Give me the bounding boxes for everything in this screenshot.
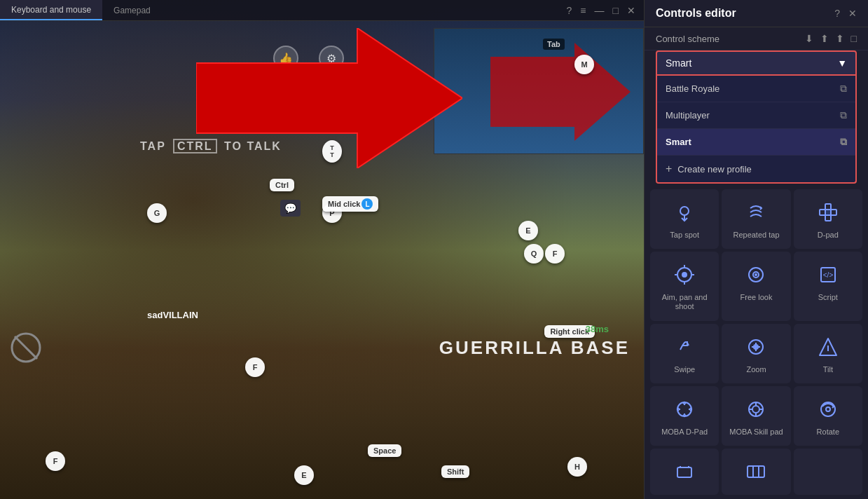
- plus-icon: +: [666, 163, 672, 175]
- key-f-mid[interactable]: F: [245, 357, 265, 377]
- title-bar-controls: ? ≡ — □ ✕: [567, 5, 644, 16]
- controls-panel: Controls editor ? ✕ Control scheme ⬇ ⬆ ⬆…: [644, 0, 868, 499]
- mid-click-badge[interactable]: Mid click L: [322, 196, 378, 212]
- upload-icon[interactable]: ⬆: [820, 33, 829, 44]
- moba-skill-icon: [742, 395, 770, 423]
- control-script[interactable]: </> Script: [794, 252, 862, 320]
- control-unknown2[interactable]: [722, 449, 790, 495]
- svg-rect-36: [748, 466, 764, 477]
- svg-point-16: [682, 273, 687, 277]
- chat-icon: 💬: [284, 203, 296, 214]
- svg-rect-8: [820, 210, 825, 215]
- svg-marker-0: [196, 28, 462, 168]
- zoom-icon: [742, 333, 770, 361]
- no-sign-icon: [11, 332, 41, 366]
- svg-rect-9: [831, 210, 836, 215]
- sadvillain-text: sadVILLAIN: [147, 310, 198, 320]
- l-indicator: L: [361, 198, 373, 210]
- maximize-icon[interactable]: □: [613, 5, 619, 16]
- repeated-tap-icon: [742, 198, 770, 226]
- rotate-icon: [814, 395, 842, 423]
- control-zoom[interactable]: Zoom: [722, 324, 790, 383]
- help-icon[interactable]: ?: [567, 5, 572, 16]
- dropdown-option-multiplayer[interactable]: Multiplayer ⧉: [657, 102, 855, 129]
- key-shift[interactable]: Shift: [441, 465, 469, 478]
- unknown2-icon: [742, 458, 770, 486]
- svg-rect-7: [825, 215, 831, 221]
- control-tilt[interactable]: Tilt: [794, 324, 862, 383]
- rotate-label: Rotate: [817, 428, 839, 437]
- minimize-icon[interactable]: —: [595, 5, 605, 16]
- copy-icon: ⧉: [840, 136, 847, 148]
- dropdown-menu: Battle Royale ⧉ Multiplayer ⧉ Smart ⧉ + …: [656, 76, 857, 184]
- controls-row-4: MOBA D-Pad MOBA Skill pad: [650, 386, 862, 446]
- copy-icon: ⧉: [840, 109, 847, 121]
- moba-dpad-icon: [670, 395, 698, 423]
- camera-preview: [434, 28, 644, 154]
- dropdown-option-battle-royale[interactable]: Battle Royale ⧉: [657, 76, 855, 102]
- game-area: Keyboard and mouse Gamepad ? ≡ — □ ✕: [0, 0, 644, 499]
- key-g[interactable]: G: [147, 203, 167, 223]
- control-unknown1[interactable]: [650, 449, 719, 495]
- folder-icon[interactable]: □: [851, 33, 857, 44]
- key-f-bottom[interactable]: F: [46, 451, 65, 471]
- download-icon[interactable]: ⬇: [805, 33, 813, 44]
- tab-key: Tab: [543, 39, 565, 50]
- moba-skill-label: MOBA Skill pad: [729, 428, 783, 437]
- close-icon[interactable]: ✕: [627, 5, 635, 16]
- script-label: Script: [818, 293, 838, 302]
- control-unknown3[interactable]: [794, 449, 862, 495]
- control-repeated-tap[interactable]: Repeated tap: [722, 189, 790, 249]
- free-look-icon: [742, 261, 770, 289]
- key-e[interactable]: E: [518, 221, 538, 240]
- panel-header: Controls editor ? ✕: [645, 0, 868, 27]
- free-look-label: Free look: [740, 293, 773, 302]
- svg-rect-6: [825, 204, 831, 210]
- control-tap-spot[interactable]: Tap spot: [650, 189, 719, 249]
- repeated-tap-label: Repeated tap: [733, 231, 779, 240]
- controls-row-5: [650, 449, 862, 495]
- dropdown-option-create-new[interactable]: + Create new profile: [657, 156, 855, 182]
- share-icon[interactable]: ⬆: [836, 33, 844, 44]
- panel-header-icons: ? ✕: [834, 8, 857, 19]
- controls-row-3: Swipe Zoom: [650, 324, 862, 383]
- aim-pan-shoot-label: Aim, pan and shoot: [655, 293, 714, 311]
- key-f-cluster[interactable]: F: [545, 244, 565, 264]
- menu-icon[interactable]: ≡: [580, 5, 586, 16]
- tab-keyboard-mouse[interactable]: Keyboard and mouse: [0, 0, 102, 20]
- control-scheme-dropdown[interactable]: Smart ▼ Battle Royale ⧉ Multiplayer ⧉ Sm…: [645, 50, 868, 184]
- controls-row-2: Aim, pan and shoot Free look </>: [650, 252, 862, 320]
- control-moba-skill[interactable]: MOBA Skill pad: [722, 386, 790, 446]
- ping-text: 38ms: [586, 324, 609, 334]
- dropdown-option-smart[interactable]: Smart ⧉: [657, 129, 855, 156]
- key-ctrl[interactable]: Ctrl: [270, 179, 294, 191]
- aim-pan-shoot-icon: [670, 261, 698, 289]
- control-free-look[interactable]: Free look: [722, 252, 790, 320]
- control-aim-pan-shoot[interactable]: Aim, pan and shoot: [650, 252, 719, 320]
- svg-point-5: [680, 207, 689, 215]
- script-icon: </>: [814, 261, 842, 289]
- panel-help-icon[interactable]: ?: [834, 8, 840, 19]
- svg-line-4: [15, 336, 37, 359]
- dropdown-selected[interactable]: Smart ▼: [656, 50, 857, 76]
- svg-rect-10: [825, 210, 831, 215]
- title-bar: Keyboard and mouse Gamepad ? ≡ — □ ✕: [0, 0, 644, 21]
- svg-text:</>: </>: [823, 271, 834, 279]
- key-m[interactable]: M: [574, 55, 594, 74]
- svg-point-34: [826, 407, 830, 411]
- panel-title: Controls editor: [656, 7, 736, 20]
- speech-bubble: 💬: [280, 200, 301, 217]
- control-moba-dpad[interactable]: MOBA D-Pad: [650, 386, 719, 446]
- control-swipe[interactable]: Swipe: [650, 324, 719, 383]
- key-h[interactable]: H: [567, 457, 587, 477]
- control-dpad[interactable]: D-pad: [794, 189, 862, 249]
- swipe-label: Swipe: [674, 365, 695, 374]
- tilt-icon: [814, 333, 842, 361]
- tab-gamepad[interactable]: Gamepad: [102, 0, 162, 20]
- panel-close-icon[interactable]: ✕: [848, 8, 857, 19]
- control-rotate[interactable]: Rotate: [794, 386, 862, 446]
- key-q[interactable]: Q: [524, 244, 544, 264]
- tilt-label: Tilt: [823, 365, 833, 374]
- key-e-bottom[interactable]: E: [294, 465, 314, 485]
- key-space[interactable]: Space: [368, 444, 401, 457]
